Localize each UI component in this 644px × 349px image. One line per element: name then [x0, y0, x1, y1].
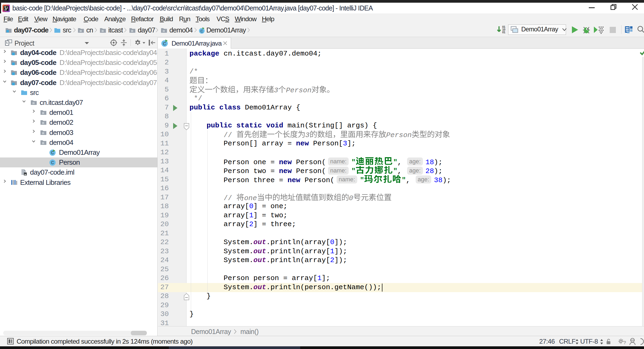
svg-text:C: C — [200, 29, 203, 33]
svg-text:?: ? — [623, 340, 626, 345]
svg-text:C: C — [51, 160, 54, 165]
svg-text:01: 01 — [502, 31, 505, 34]
svg-text:C: C — [163, 41, 166, 46]
